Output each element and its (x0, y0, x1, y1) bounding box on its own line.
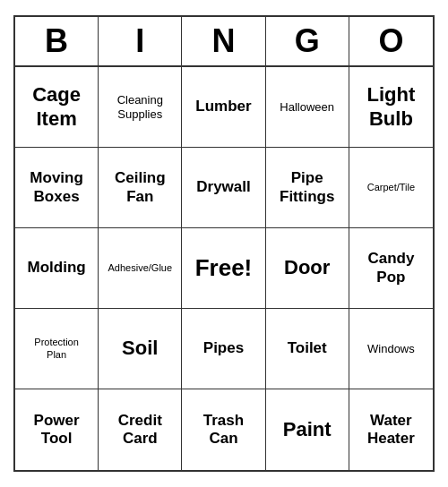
cell-text: Carpet/Tile (367, 182, 415, 193)
cell-text: Drywall (196, 178, 250, 196)
bingo-cell: Windows (349, 309, 433, 389)
bingo-cell: Free! (182, 228, 265, 309)
bingo-cell: Lumber (182, 67, 265, 148)
bingo-cell: Toilet (266, 309, 349, 389)
bingo-card: BINGO CageItemCleaningSuppliesLumberHall… (13, 15, 435, 472)
bingo-cell: Door (266, 228, 349, 309)
header-letter: G (266, 17, 349, 65)
cell-text: WaterHeater (367, 412, 415, 449)
bingo-cell: TrashCan (182, 389, 265, 470)
cell-text: Door (284, 256, 330, 279)
bingo-cell: CreditCard (99, 389, 182, 470)
cell-text: Paint (283, 418, 332, 441)
bingo-cell: Soil (99, 309, 182, 389)
cell-text: Halloween (280, 100, 334, 115)
cell-text: PipeFittings (280, 169, 334, 206)
cell-text: LightBulb (367, 83, 416, 131)
cell-text: Windows (367, 342, 415, 356)
bingo-cell: Halloween (266, 67, 349, 148)
bingo-header: BINGO (15, 17, 433, 67)
bingo-cell: Drywall (182, 148, 265, 228)
bingo-cell: Pipes (182, 309, 265, 389)
cell-text: Molding (28, 259, 86, 277)
cell-text: TrashCan (203, 412, 244, 449)
bingo-cell: CandyPop (349, 228, 433, 309)
bingo-cell: CleaningSupplies (99, 67, 182, 148)
cell-text: CreditCard (118, 412, 162, 449)
cell-text: MovingBoxes (30, 169, 83, 206)
bingo-cell: ProtectionPlan (15, 309, 99, 389)
header-letter: O (349, 17, 433, 65)
bingo-cell: MovingBoxes (15, 148, 99, 228)
cell-text: Pipes (203, 339, 244, 357)
cell-text: CageItem (32, 83, 81, 131)
cell-text: Toilet (288, 339, 327, 357)
bingo-grid: CageItemCleaningSuppliesLumberHalloweenL… (15, 67, 433, 470)
bingo-cell: CeilingFan (99, 148, 182, 228)
cell-text: CleaningSupplies (117, 93, 163, 121)
header-letter: I (99, 17, 182, 65)
bingo-cell: Carpet/Tile (349, 148, 433, 228)
cell-text: CeilingFan (115, 169, 166, 206)
bingo-cell: PipeFittings (266, 148, 349, 228)
bingo-cell: WaterHeater (349, 389, 433, 470)
cell-text: ProtectionPlan (34, 337, 79, 360)
cell-text: Adhesive/Glue (108, 262, 173, 274)
bingo-cell: CageItem (15, 67, 99, 148)
bingo-cell: Adhesive/Glue (99, 228, 182, 309)
cell-text: Lumber (195, 98, 251, 115)
cell-text: CandyPop (367, 250, 414, 286)
bingo-cell: Molding (15, 228, 99, 309)
bingo-cell: Paint (266, 389, 349, 470)
header-letter: N (182, 17, 265, 65)
bingo-cell: PowerTool (15, 389, 99, 470)
header-letter: B (15, 17, 99, 65)
bingo-cell: LightBulb (349, 67, 433, 148)
cell-text: PowerTool (34, 412, 80, 449)
cell-text: Soil (122, 337, 158, 360)
cell-text: Free! (195, 254, 253, 282)
